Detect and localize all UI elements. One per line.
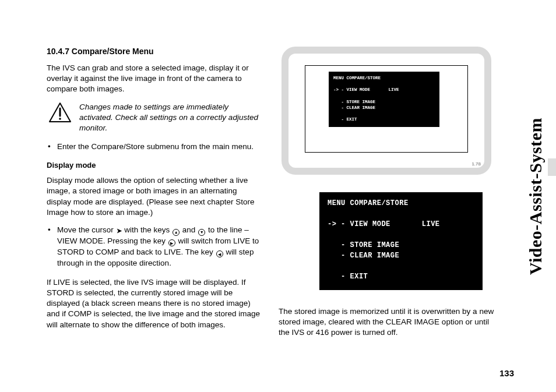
- display-mode-heading: Display mode: [47, 161, 262, 169]
- monitor-device: MENU COMPARE/STORE -> - VIEW MODE LIVE -…: [281, 47, 491, 175]
- bullet-move-cursor: Move the cursor ➤ with the keys ▲ and ▼ …: [47, 225, 262, 269]
- side-title: Video-Assist-System: [526, 117, 546, 274]
- down-arrow-key-icon: ▼: [198, 229, 205, 236]
- menu-large-viewmode: -> - VIEW MODE LIVE: [328, 220, 440, 228]
- warning-icon: [47, 102, 73, 123]
- warning-row: Changes made to settings are immediately…: [47, 102, 262, 134]
- monitor-inner-screen: MENU COMPARE/STORE -> - VIEW MODE LIVE -…: [305, 65, 468, 153]
- aspect-ratio-label: 1.78: [471, 161, 481, 167]
- menu-compare-store-small: MENU COMPARE/STORE -> - VIEW MODE LIVE -…: [329, 72, 439, 127]
- bullet2-text-2: with the keys: [122, 225, 173, 234]
- cursor-chevron-icon: ➤: [117, 227, 122, 235]
- menu-large-exit: - EXIT: [328, 273, 368, 281]
- columns: 10.4.7 Compare/Store Menu The IVS can gr…: [47, 47, 498, 338]
- live-stord-comp-para: If LIVE is selected, the live IVS image …: [47, 277, 262, 330]
- warning-text: Changes made to settings are immediately…: [79, 102, 262, 134]
- right-arrow-key-icon: ▶: [168, 239, 175, 246]
- page: Video-Assist-System 133 10.4.7 Compare/S…: [0, 0, 556, 392]
- svg-point-2: [59, 118, 61, 120]
- menu-small-title: MENU COMPARE/STORE: [333, 76, 381, 80]
- left-arrow-key-icon: ◀: [216, 250, 223, 257]
- column-right: MENU COMPARE/STORE -> - VIEW MODE LIVE -…: [279, 47, 494, 338]
- page-number: 133: [499, 368, 514, 378]
- menu-small-clear: - CLEAR IMAGE: [333, 105, 375, 110]
- menu-large-title: MENU COMPARE/STORE: [328, 199, 409, 207]
- display-mode-para: Display mode allows the option of select…: [47, 175, 262, 218]
- bullet-enter-submenu: Enter the Compare/Store submenu from the…: [47, 142, 262, 153]
- bullet2-text-3: and: [180, 225, 198, 234]
- side-tab: [548, 158, 556, 176]
- bullet2-text-1: Move the cursor: [57, 225, 116, 234]
- menu-small-store: - STORE IMAGE: [333, 100, 375, 104]
- bullet-list-1: Enter the Compare/Store submenu from the…: [47, 142, 262, 153]
- menu-small-viewmode: -> - VIEW MODE LIVE: [333, 87, 399, 92]
- menu-small-exit: - EXIT: [333, 117, 357, 122]
- stored-image-para: The stored image is memorized until it i…: [279, 306, 494, 338]
- menu-large-clear: - CLEAR IMAGE: [328, 252, 399, 260]
- column-left: 10.4.7 Compare/Store Menu The IVS can gr…: [47, 47, 262, 338]
- menu-compare-store-large: MENU COMPARE/STORE -> - VIEW MODE LIVE -…: [319, 192, 483, 290]
- up-arrow-key-icon: ▲: [173, 229, 180, 236]
- intro-paragraph: The IVS can grab and store a selected im…: [47, 63, 262, 95]
- section-heading: 10.4.7 Compare/Store Menu: [47, 47, 262, 56]
- menu-large-store: - STORE IMAGE: [328, 241, 399, 249]
- bullet-list-2: Move the cursor ➤ with the keys ▲ and ▼ …: [47, 225, 262, 269]
